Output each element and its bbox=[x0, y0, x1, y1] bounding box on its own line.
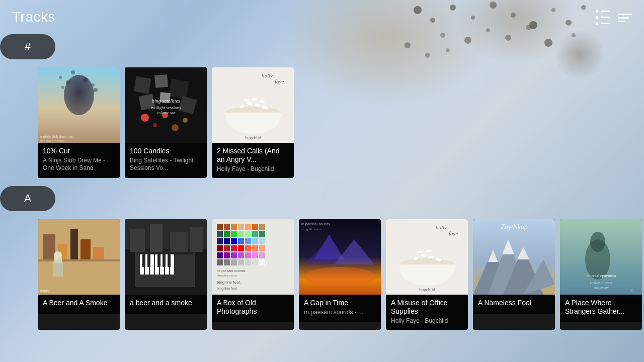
album-info-10cut: 10% Cut A Ninja Slob Drew Me - One Week … bbox=[38, 143, 120, 177]
album-info-gap-time: A Gap in Time m.paesani sounds - ... bbox=[299, 295, 381, 321]
artist-10cut: A Ninja Slob Drew Me - One Week in Sand bbox=[43, 157, 115, 172]
svg-rect-79 bbox=[170, 254, 174, 275]
track-name-misuse: A Misuse of Office Supplies bbox=[391, 299, 463, 316]
svg-rect-131 bbox=[259, 259, 265, 265]
svg-rect-33 bbox=[154, 74, 168, 88]
hash-albums-row: a ninja slob drew me one week in sand 10… bbox=[0, 67, 644, 178]
svg-rect-116 bbox=[252, 245, 258, 251]
svg-rect-87 bbox=[170, 232, 188, 252]
svg-point-41 bbox=[153, 123, 157, 127]
album-info-2missed: 2 Missed Calls (And an Angry V... Holly … bbox=[212, 143, 294, 178]
album-card-abeer-cap[interactable]: leads A Beer and A Smoke bbox=[38, 219, 120, 330]
album-card-abeer[interactable]: a beer and a smoke bbox=[125, 219, 207, 330]
album-info-box-photos: A Box of Old Photographs bbox=[212, 295, 294, 322]
album-card-place-strangers[interactable]: ethereal epnemera a place of peace and b… bbox=[560, 219, 642, 330]
album-card-box-photos[interactable]: m.paesani sounds strng:fklr:sssns bing l… bbox=[212, 219, 294, 330]
svg-text:m.paesani sounds: m.paesani sounds bbox=[217, 269, 246, 273]
sort-button[interactable] bbox=[618, 14, 632, 22]
svg-text:leads: leads bbox=[40, 289, 49, 293]
svg-rect-84 bbox=[168, 254, 171, 267]
track-name-gap-time: A Gap in Time bbox=[304, 299, 376, 307]
svg-rect-91 bbox=[224, 224, 230, 230]
album-card-100candles[interactable]: bing satellites twilight sessions volume… bbox=[125, 67, 207, 178]
svg-rect-120 bbox=[231, 252, 237, 258]
svg-rect-94 bbox=[245, 224, 251, 230]
svg-point-28 bbox=[94, 88, 98, 92]
album-card-10cut[interactable]: a ninja slob drew me one week in sand 10… bbox=[38, 67, 120, 178]
svg-point-140 bbox=[305, 267, 375, 287]
svg-text:Zaydskap: Zaydskap bbox=[501, 223, 528, 231]
artist-gap-time: m.paesani sounds - ... bbox=[304, 309, 376, 317]
svg-rect-95 bbox=[252, 224, 258, 230]
svg-point-67 bbox=[54, 251, 62, 259]
svg-rect-104 bbox=[217, 238, 223, 244]
svg-text:ethereal epnemera: ethereal epnemera bbox=[587, 274, 616, 278]
artist-2missed: Holly Faye - Bugchild bbox=[217, 165, 289, 173]
svg-rect-59 bbox=[38, 259, 120, 261]
section-hash: # bbox=[0, 34, 644, 178]
album-info-place-strangers: A Place Where Strangers Gather... bbox=[560, 295, 642, 322]
svg-rect-109 bbox=[252, 238, 258, 244]
album-info-abeer-cap: A Beer and A Smoke bbox=[38, 295, 120, 314]
album-art-2missed: holly faye bugchild bbox=[212, 67, 294, 143]
album-card-nameless[interactable]: Zaydskap A Nameless Fool bbox=[473, 219, 555, 330]
svg-rect-101 bbox=[245, 231, 251, 237]
svg-rect-123 bbox=[252, 252, 258, 258]
svg-rect-99 bbox=[231, 231, 237, 237]
section-label-hash: # bbox=[25, 40, 31, 53]
svg-text:and beauty: and beauty bbox=[594, 286, 609, 290]
svg-text:faye: faye bbox=[449, 230, 458, 236]
svg-text:faye: faye bbox=[275, 78, 284, 84]
album-info-nameless: A Nameless Fool bbox=[473, 295, 555, 314]
section-divider-a: A bbox=[0, 186, 55, 211]
svg-rect-130 bbox=[252, 259, 258, 265]
svg-rect-112 bbox=[224, 245, 230, 251]
svg-rect-127 bbox=[231, 259, 237, 265]
svg-rect-83 bbox=[163, 254, 166, 267]
album-info-misuse: A Misuse of Office Supplies Holly Faye -… bbox=[386, 295, 468, 330]
album-card-gap-time[interactable]: m.paesani sounds strng:fklr:sssns A Gap … bbox=[299, 219, 381, 330]
svg-rect-129 bbox=[245, 259, 251, 265]
a-albums-row: leads A Beer and A Smoke bbox=[0, 219, 644, 330]
track-name-100candles: 100 Candles bbox=[130, 147, 202, 155]
svg-rect-122 bbox=[245, 252, 251, 258]
svg-rect-124 bbox=[259, 252, 265, 258]
track-name-10cut: 10% Cut bbox=[43, 147, 115, 155]
album-art-abeer bbox=[125, 219, 207, 295]
svg-point-42 bbox=[172, 124, 179, 131]
svg-rect-20 bbox=[38, 67, 120, 143]
svg-text:bugchild: bugchild bbox=[245, 135, 261, 140]
album-art-10cut: a ninja slob drew me one week in sand bbox=[38, 67, 120, 143]
svg-point-25 bbox=[92, 83, 95, 86]
album-card-2missed[interactable]: holly faye bugchild 2 Missed Calls (And … bbox=[212, 67, 294, 178]
svg-rect-125 bbox=[217, 259, 223, 265]
album-card-misuse[interactable]: holly faye bugchild A Misuse of Office S… bbox=[386, 219, 468, 330]
svg-rect-128 bbox=[238, 259, 244, 265]
album-art-100candles: bing satellites twilight sessions volume… bbox=[125, 67, 207, 143]
album-art-gap-time: m.paesani sounds strng:fklr:sssns bbox=[299, 219, 381, 295]
svg-rect-82 bbox=[157, 254, 160, 267]
svg-rect-108 bbox=[245, 238, 251, 244]
svg-rect-88 bbox=[190, 227, 203, 252]
svg-point-23 bbox=[59, 76, 62, 79]
section-divider-hash: # bbox=[0, 34, 55, 59]
svg-rect-118 bbox=[217, 252, 223, 258]
album-art-nameless: Zaydskap bbox=[473, 219, 555, 295]
svg-text:bugchild: bugchild bbox=[419, 287, 435, 292]
svg-point-165 bbox=[590, 232, 605, 252]
header-actions bbox=[596, 10, 632, 24]
svg-rect-65 bbox=[53, 261, 63, 277]
svg-rect-113 bbox=[231, 245, 237, 251]
svg-point-38 bbox=[141, 114, 149, 122]
track-name-2missed: 2 Missed Calls (And an Angry V... bbox=[217, 147, 289, 164]
svg-rect-63 bbox=[80, 239, 91, 259]
album-art-box-photos: m.paesani sounds strng:fklr:sssns bing l… bbox=[212, 219, 294, 295]
svg-point-40 bbox=[183, 118, 188, 123]
svg-point-26 bbox=[71, 70, 75, 74]
svg-rect-81 bbox=[147, 254, 150, 267]
list-view-button[interactable] bbox=[596, 10, 610, 24]
section-label-a: A bbox=[24, 192, 32, 205]
track-name-box-photos: A Box of Old Photographs bbox=[217, 299, 289, 316]
svg-rect-117 bbox=[259, 245, 265, 251]
svg-rect-110 bbox=[259, 238, 265, 244]
